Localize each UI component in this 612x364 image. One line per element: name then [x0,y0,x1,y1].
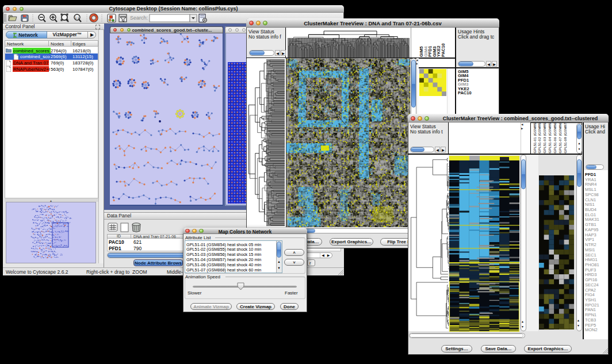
svg-text:GPL51-07 (GSM868): GPL51-07 (GSM868) [558,122,562,154]
svg-text:1:1: 1:1 [75,16,79,20]
svg-text:GPL51-08 (GSM872): GPL51-08 (GSM872) [563,122,567,154]
svg-text:PAC10: PAC10 [441,43,446,57]
svg-text:GPL51-01 (GSM854): GPL51-01 (GSM854) [533,122,537,154]
svg-text:GPL51-06 (GSM865): GPL51-06 (GSM865) [553,122,557,154]
svg-text:GPL51-03 (GSM856): GPL51-03 (GSM856) [542,122,546,154]
svg-text:GPL51-04 (GSM857): GPL51-04 (GSM857) [548,122,552,154]
svg-text:GPL51-02 (GSM855): GPL51-02 (GSM855) [537,122,541,154]
